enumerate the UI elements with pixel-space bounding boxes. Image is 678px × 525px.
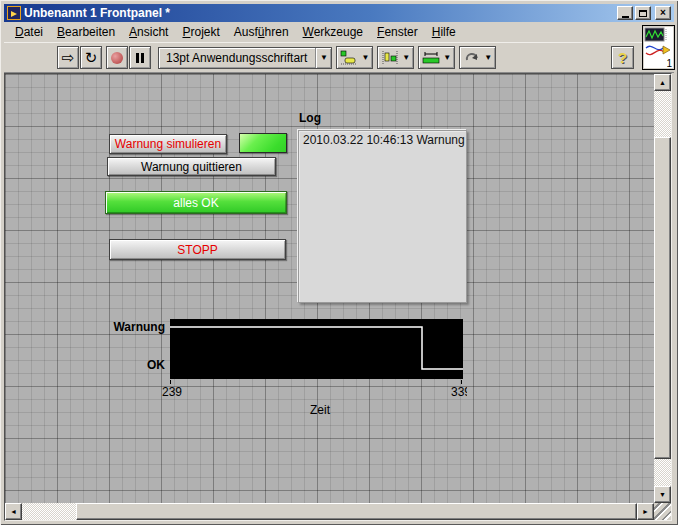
titlebar: Unbenannt 1 Frontpanel * × — [4, 4, 674, 22]
align-objects-button[interactable]: ▼ — [336, 46, 373, 69]
chart-ytick-warnung: Warnung — [100, 320, 165, 334]
reorder-icon — [463, 50, 481, 65]
vertical-scroll-track[interactable] — [654, 91, 671, 137]
scroll-right-button[interactable]: ► — [637, 503, 654, 520]
distribute-objects-button[interactable]: ▼ — [377, 46, 414, 69]
vi-icon[interactable]: 1 — [642, 25, 675, 70]
align-objects-icon — [340, 50, 358, 65]
chart-xtick-mark-left — [170, 380, 171, 384]
distribute-objects-icon — [381, 50, 399, 65]
vi-number: 1 — [666, 58, 672, 69]
menu-ausfhren[interactable]: Ausführen — [227, 23, 296, 41]
scroll-down-button[interactable]: ▼ — [654, 486, 671, 503]
menu-bearbeiten[interactable]: Bearbeiten — [50, 23, 122, 41]
log-string-indicator[interactable]: 2010.03.22 10:46:13 Warnung — [298, 130, 467, 303]
warnung-quittieren-button[interactable]: Warnung quittieren — [107, 157, 276, 176]
menu-fenster[interactable]: Fenster — [370, 23, 425, 41]
scroll-left-icon: ◄ — [10, 508, 17, 515]
pause-button[interactable] — [129, 46, 151, 69]
warnung-quittieren-label: Warnung quittieren — [141, 160, 242, 174]
vertical-scroll-thumb[interactable] — [654, 137, 671, 459]
scroll-up-button[interactable]: ▲ — [654, 74, 671, 91]
chevron-down-icon: ▼ — [484, 53, 492, 62]
horizontal-scroll-track[interactable] — [22, 503, 76, 520]
scroll-right-icon: ► — [642, 508, 649, 515]
toolbar: ⇨ ↻ 13pt Anwendungsschriftart ▼ ▼ ▼ — [4, 43, 674, 73]
chart-xtick-right: 339 — [451, 385, 467, 399]
chevron-down-icon[interactable]: ▼ — [315, 48, 331, 68]
warnung-simulieren-label: Warnung simulieren — [115, 137, 221, 151]
pause-icon — [136, 53, 144, 63]
chevron-down-icon: ▼ — [402, 53, 410, 62]
menu-werkzeuge[interactable]: Werkzeuge — [296, 23, 370, 41]
resize-grip[interactable] — [654, 503, 671, 520]
close-button[interactable]: × — [655, 6, 671, 20]
menu-projekt[interactable]: Projekt — [175, 23, 226, 41]
abort-button[interactable] — [106, 46, 128, 69]
help-icon: ? — [618, 49, 627, 66]
stopp-label: STOPP — [177, 243, 217, 257]
labview-app-icon — [7, 6, 21, 20]
run-button[interactable]: ⇨ — [57, 46, 79, 69]
alles-ok-label: alles OK — [173, 196, 218, 210]
warnung-led-indicator — [239, 133, 287, 153]
alles-ok-button[interactable]: alles OK — [105, 191, 287, 214]
menu-hilfe[interactable]: Hilfe — [425, 23, 463, 41]
maximize-button[interactable] — [635, 6, 651, 20]
minimize-icon — [622, 16, 629, 18]
menu-datei[interactable]: Datei — [8, 23, 50, 41]
chart-xlabel: Zeit — [270, 403, 370, 417]
font-selector-value: 13pt Anwendungsschriftart — [159, 51, 315, 65]
window-title: Unbenannt 1 Frontpanel * — [24, 6, 617, 20]
horizontal-scroll-thumb[interactable] — [76, 503, 637, 520]
abort-icon — [111, 52, 123, 64]
scroll-down-icon: ▼ — [659, 491, 666, 498]
resize-objects-button[interactable]: ▼ — [418, 46, 455, 69]
chevron-down-icon: ▼ — [361, 53, 369, 62]
chevron-down-icon: ▼ — [443, 53, 451, 62]
vertical-scroll-track[interactable] — [654, 459, 671, 486]
context-help-button[interactable]: ? — [611, 46, 634, 69]
warnung-simulieren-button[interactable]: Warnung simulieren — [109, 134, 227, 154]
resize-objects-icon — [422, 50, 440, 65]
chart-xtick-mark-right — [461, 380, 462, 384]
log-entry: 2010.03.22 10:46:13 Warnung — [303, 133, 462, 147]
chart-xtick-left: 239 — [160, 385, 184, 399]
run-continuous-button[interactable]: ↻ — [80, 46, 102, 69]
log-label: Log — [299, 111, 321, 125]
scroll-left-button[interactable]: ◄ — [5, 503, 22, 520]
stopp-button[interactable]: STOPP — [109, 239, 286, 260]
horizontal-scrollbar[interactable]: ◄ ► — [5, 503, 654, 520]
minimize-button[interactable] — [617, 6, 633, 20]
run-icon: ⇨ — [62, 50, 75, 65]
warnung-chart-plot — [170, 319, 463, 379]
labview-frontpanel-window: Unbenannt 1 Frontpanel * × DateiBearbeit… — [0, 0, 678, 525]
run-continuous-icon: ↻ — [85, 50, 98, 65]
frontpanel-content: Warnung simulieren Warnung quittieren al… — [4, 73, 672, 521]
close-icon: × — [660, 8, 666, 18]
frontpanel-grid[interactable]: Warnung simulieren Warnung quittieren al… — [5, 74, 654, 503]
menubar: DateiBearbeitenAnsichtProjektAusführenWe… — [4, 22, 674, 43]
reorder-button[interactable]: ▼ — [459, 46, 496, 69]
chart-canvas — [170, 319, 463, 379]
menu-ansicht[interactable]: Ansicht — [122, 23, 175, 41]
font-selector[interactable]: 13pt Anwendungsschriftart ▼ — [158, 47, 332, 69]
chart-ytick-ok: OK — [100, 358, 165, 372]
maximize-icon — [639, 10, 647, 17]
scroll-up-icon: ▲ — [659, 79, 666, 86]
vertical-scrollbar[interactable]: ▲ ▼ — [654, 74, 671, 503]
